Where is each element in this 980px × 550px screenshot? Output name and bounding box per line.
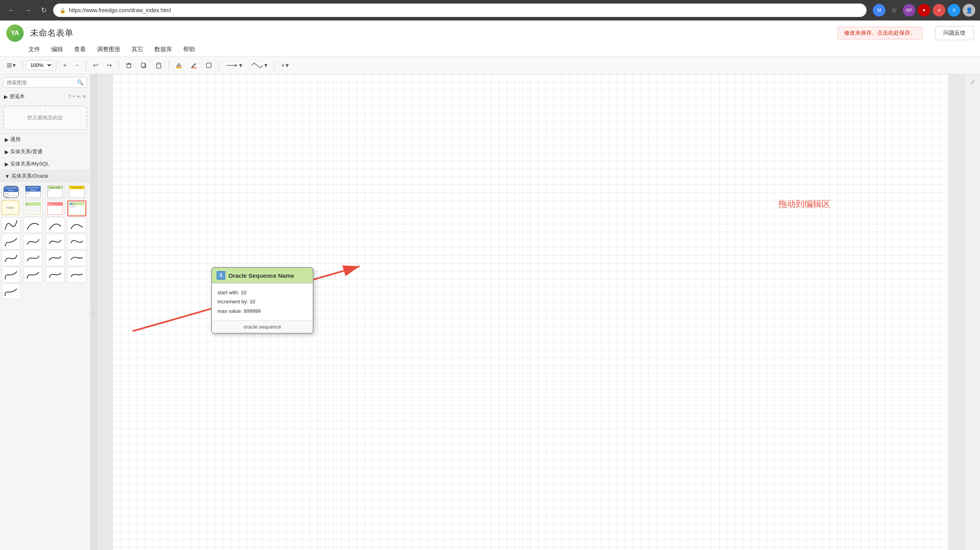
category-er-oracle[interactable]: ▼ 实体关系/Oracle <box>0 170 90 182</box>
paste-button[interactable] <box>152 60 165 71</box>
extension-icon-3[interactable]: ▼ <box>918 4 930 17</box>
oracle-shape-5[interactable]: tbl <box>24 201 43 216</box>
toolbar-separator-1 <box>22 61 23 70</box>
sidebar: 🔍 ▶ 便笺本 ? + ✏ ✕ 把元素拖至此处 <box>0 74 91 550</box>
category-er-normal-label: 实体关系/普通 <box>10 148 43 155</box>
copy-icon <box>141 62 147 69</box>
curve-shape-14[interactable] <box>24 267 43 282</box>
oracle-shape-1[interactable]: Oracle Table Name column column <box>2 184 20 200</box>
shape-style-button[interactable] <box>202 60 215 71</box>
toolbar-separator-7 <box>274 61 275 70</box>
help-icon[interactable]: ? <box>68 94 71 99</box>
fullscreen-button[interactable]: ⤢ <box>965 74 980 90</box>
connector-button[interactable]: ▾ <box>222 59 246 71</box>
add-section-icon[interactable]: + <box>72 94 75 99</box>
tooltip-header-icon: S <box>217 271 225 280</box>
oracle-shape-6[interactable]: view <box>46 201 65 216</box>
refresh-button[interactable]: ↻ <box>38 4 50 16</box>
view-toggle-button[interactable]: ⊞ ▾ <box>3 59 19 71</box>
copy-button[interactable] <box>137 60 150 71</box>
canvas-wrapper[interactable]: 拖动到编辑区 S Oracle Sequence Name <box>97 74 964 550</box>
category-general-label: 通用 <box>10 136 20 143</box>
fill-color-button[interactable] <box>172 60 186 71</box>
category-er-mysql[interactable]: ▶ 实体关系/MySQL <box>0 158 90 170</box>
feedback-button[interactable]: 问题反馈 <box>935 26 974 40</box>
menu-database[interactable]: 数据库 <box>150 44 177 55</box>
category-er-normal-arrow: ▶ <box>5 149 9 155</box>
tooltip-line3: max value: 999999 <box>217 307 307 316</box>
oracle-shape-2[interactable]: Oracle Table Name field <box>24 184 43 200</box>
curve-shape-2[interactable] <box>24 217 43 233</box>
drop-zone[interactable]: 把元素拖至此处 <box>3 106 87 130</box>
url-text: https://www.freedgo.com/draw_index.html <box>69 7 860 13</box>
search-box[interactable]: 🔍 <box>3 77 87 87</box>
curve-shape-17[interactable] <box>2 283 20 299</box>
notebook-header[interactable]: ▶ 便笺本 ? + ✏ ✕ <box>0 91 90 102</box>
browser-icons: M ☆ RP ▼ ✕ S 👤 <box>873 4 975 17</box>
delete-button[interactable] <box>122 60 135 71</box>
search-icon[interactable]: 🔍 <box>77 79 84 85</box>
menu-view[interactable]: 查看 <box>69 44 91 55</box>
forward-button[interactable]: → <box>21 5 35 16</box>
bookmark-icon[interactable]: ☆ <box>888 4 900 17</box>
curve-shape-8[interactable] <box>67 234 86 249</box>
extension-icon-4[interactable]: ✕ <box>933 4 945 17</box>
notebook-arrow: ▶ <box>4 94 8 100</box>
oracle-note-shape[interactable]: Note <box>2 201 19 215</box>
profile-icon[interactable]: 👤 <box>963 4 975 17</box>
app-logo: YA <box>6 24 24 42</box>
address-bar[interactable]: 🔒 https://www.freedgo.com/draw_index.htm… <box>53 4 867 17</box>
category-er-normal[interactable]: ▶ 实体关系/普通 <box>0 146 90 158</box>
menu-file[interactable]: 文件 <box>24 44 45 55</box>
curve-shape-5[interactable] <box>2 234 20 249</box>
tooltip-header: S Oracle Sequence Name <box>212 268 313 283</box>
svg-rect-10 <box>191 67 197 68</box>
add-button[interactable]: + ▾ <box>278 59 292 71</box>
curve-shape-13[interactable] <box>2 267 20 282</box>
curve-shape-10[interactable] <box>24 250 43 266</box>
curve-shape-11[interactable] <box>46 250 65 266</box>
undo-button[interactable]: ↩ <box>89 59 102 71</box>
category-general[interactable]: ▶ 通用 <box>0 134 90 146</box>
waypoint-button[interactable]: ▾ <box>247 59 271 71</box>
curve-shape-4[interactable] <box>67 217 86 233</box>
zoom-out-button[interactable]: − <box>72 60 82 71</box>
curve-shape-15[interactable] <box>46 267 65 282</box>
oracle-shape-4[interactable]: Oracle Table <box>67 184 86 200</box>
curve-shape-12[interactable] <box>67 250 86 266</box>
oracle-shape-3[interactable]: Oracle Table col <box>46 184 65 200</box>
menu-adjust[interactable]: 调整图形 <box>92 44 125 55</box>
menu-help[interactable]: 帮助 <box>178 44 200 55</box>
category-er-mysql-arrow: ▶ <box>5 161 9 167</box>
canvas-area[interactable]: 拖动到编辑区 S Oracle Sequence Name <box>113 74 948 550</box>
curve-shape-16[interactable] <box>67 267 86 282</box>
extension-icon-2[interactable]: RP <box>903 4 915 17</box>
tooltip-body: start with: 10 increment by: 10 max valu… <box>212 283 313 320</box>
waypoint-icon <box>251 62 264 69</box>
unsaved-notice[interactable]: 修改未保存。点击此处保存。 <box>837 27 922 39</box>
toolbar-separator-4 <box>119 61 119 70</box>
curve-shape-9[interactable] <box>2 250 20 266</box>
edit-section-icon[interactable]: ✏ <box>77 94 81 99</box>
notebook-icons: ? + ✏ ✕ <box>68 94 86 99</box>
curve-shape-7[interactable] <box>46 234 65 249</box>
zoom-select[interactable]: 100% 75% 150% <box>26 60 53 70</box>
right-panel: ⤢ <box>964 74 980 550</box>
curve-shape-3[interactable] <box>46 217 65 233</box>
sidebar-toggle[interactable]: ‹ <box>91 74 97 550</box>
svg-line-9 <box>192 63 196 67</box>
redo-button[interactable]: ↪ <box>103 59 115 71</box>
extension-icon-1[interactable]: M <box>873 4 885 17</box>
extension-icon-5[interactable]: S <box>948 4 960 17</box>
curve-shape-6[interactable] <box>24 234 43 249</box>
menu-edit[interactable]: 编辑 <box>46 44 68 55</box>
svg-rect-0 <box>127 64 131 68</box>
oracle-sequence-thumb[interactable]: S seq start:10 <box>67 201 86 216</box>
menu-other[interactable]: 其它 <box>127 44 148 55</box>
close-section-icon[interactable]: ✕ <box>82 94 86 99</box>
search-input[interactable] <box>7 80 75 85</box>
curve-shape-1[interactable] <box>2 217 20 233</box>
stroke-color-button[interactable] <box>187 60 200 71</box>
zoom-in-button[interactable]: + <box>59 60 70 71</box>
back-button[interactable]: ← <box>5 5 18 16</box>
